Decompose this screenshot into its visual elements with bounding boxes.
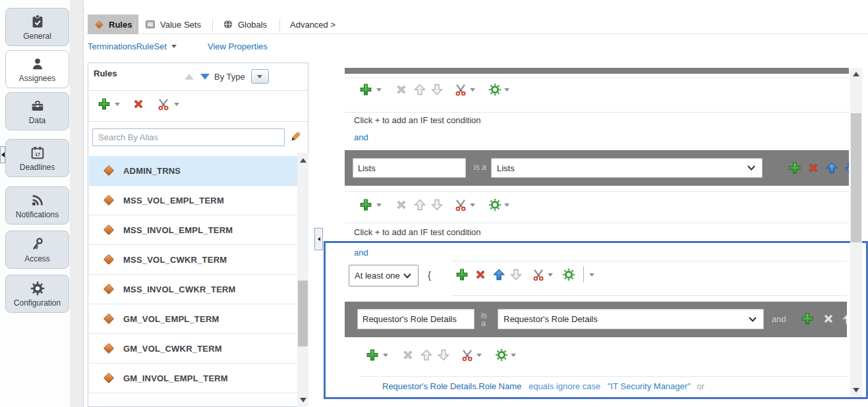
cut-menu-caret[interactable] — [470, 88, 475, 92]
cut-menu-caret[interactable] — [174, 103, 179, 106]
pattern-alias-input[interactable] — [357, 309, 475, 329]
move-pattern-up-button[interactable] — [825, 161, 838, 175]
condition-operand-link[interactable]: Requestor's Role Details.Role Name — [382, 381, 521, 391]
move-pattern-up-button[interactable] — [842, 312, 847, 325]
scroll-up-button[interactable] — [850, 69, 862, 79]
editor-scrollbar[interactable] — [850, 68, 862, 397]
rule-list-item[interactable]: MSS_INVOL_EMPL_TERM — [89, 215, 297, 245]
move-up-button[interactable] — [413, 198, 426, 211]
tab-rules[interactable]: Rules — [88, 14, 138, 34]
scrollbar-thumb[interactable] — [851, 113, 861, 242]
toolbar-separator — [583, 267, 584, 283]
cut-button[interactable] — [454, 198, 467, 211]
pattern-alias-input[interactable] — [353, 158, 466, 178]
add-test-menu-caret[interactable] — [376, 204, 382, 207]
add-pattern-button[interactable] — [801, 312, 814, 325]
add-rule-menu-caret[interactable] — [115, 103, 120, 106]
move-up-button[interactable] — [413, 83, 426, 96]
chevron-down-icon — [747, 314, 758, 325]
view-properties-link[interactable]: View Properties — [208, 41, 268, 51]
settings-gear-button[interactable] — [488, 198, 502, 211]
tab-advanced[interactable]: Advanced > — [283, 14, 342, 34]
cut-menu-caret[interactable] — [470, 204, 475, 207]
tab-value-sets[interactable]: Value Sets — [138, 14, 208, 34]
delete-pattern-button[interactable] — [822, 312, 835, 325]
search-by-alias-input[interactable] — [92, 128, 285, 146]
cut-button[interactable] — [454, 83, 467, 96]
panel-collapse-handle-left[interactable] — [0, 146, 5, 163]
rule-list-item[interactable]: GM_VOL_CWKR_TERM — [89, 334, 297, 364]
sort-ascending-icon[interactable] — [185, 74, 194, 80]
add-pattern-button[interactable] — [788, 161, 801, 175]
cut-button[interactable] — [461, 348, 474, 362]
rule-list-item[interactable]: MSS_VOL_CWKR_TERM — [89, 245, 297, 275]
add-test-button[interactable] — [366, 348, 379, 362]
group-toolbar — [455, 266, 594, 283]
settings-gear-button[interactable] — [495, 348, 508, 362]
condition-operator-link[interactable]: equals ignore case — [529, 381, 600, 391]
delete-condition-button[interactable] — [474, 268, 487, 281]
add-test-button[interactable] — [359, 83, 372, 96]
add-rule-button[interactable] — [98, 97, 111, 111]
rules-list-panel: Rules By Type ADMIN_TRNS MSS_VOL_EMPL_TE… — [88, 63, 308, 407]
and-connector-link[interactable]: and — [354, 132, 368, 142]
quantifier-select[interactable]: At least one — [349, 265, 419, 286]
cut-menu-caret[interactable] — [477, 354, 482, 357]
condition-value-link[interactable]: "IT Security Manager" — [608, 381, 691, 391]
sort-descending-icon[interactable] — [200, 74, 210, 80]
settings-gear-button[interactable] — [488, 83, 502, 96]
panel-splitter-handle[interactable] — [314, 228, 323, 250]
sidebar-tab-data[interactable]: Data — [5, 92, 69, 130]
add-test-button[interactable] — [359, 198, 372, 211]
scroll-up-button[interactable] — [297, 155, 308, 165]
chevron-down-icon — [171, 45, 177, 48]
pattern-type-select[interactable]: Lists — [491, 158, 763, 178]
sort-by-dropdown-button[interactable] — [251, 69, 269, 84]
cut-menu-caret[interactable] — [548, 273, 553, 277]
move-down-button[interactable] — [430, 83, 444, 96]
move-up-button[interactable] — [492, 268, 506, 281]
more-menu-caret[interactable] — [589, 273, 594, 277]
cut-button[interactable] — [532, 268, 545, 281]
rule-list-item[interactable]: MSS_VOL_EMPL_TERM — [89, 186, 297, 215]
cut-rule-button[interactable] — [157, 97, 170, 111]
rule-list-item[interactable]: GM_VOL_EMPL_TERM — [89, 304, 297, 334]
pencil-icon[interactable] — [289, 130, 302, 143]
sidebar-tab-general[interactable]: General — [5, 8, 69, 46]
settings-gear-button[interactable] — [562, 268, 575, 281]
scrolled-row-edge — [345, 68, 849, 74]
rule-list-item[interactable]: ADMIN_TRNS — [89, 156, 297, 186]
delete-test-button[interactable] — [395, 198, 408, 211]
add-condition-button[interactable] — [455, 268, 469, 281]
pattern-type-select[interactable]: Requestor's Role Details — [498, 309, 764, 329]
settings-menu-caret[interactable] — [511, 354, 516, 357]
sidebar-tab-assignees[interactable]: Assignees — [5, 50, 69, 88]
settings-menu-caret[interactable] — [504, 88, 509, 92]
scroll-down-button[interactable] — [850, 385, 862, 395]
delete-test-button[interactable] — [401, 348, 415, 362]
rules-list-scrollbar[interactable] — [297, 153, 308, 407]
move-down-button[interactable] — [437, 348, 450, 362]
rule-list-item[interactable]: MSS_INVOL_CWKR_TERM — [89, 275, 297, 304]
move-up-button[interactable] — [420, 348, 433, 362]
delete-test-button[interactable] — [395, 83, 408, 96]
move-pattern-down-button[interactable] — [844, 161, 849, 175]
selected-type: Requestor's Role Details — [504, 314, 598, 324]
move-down-button[interactable] — [430, 198, 444, 211]
add-test-menu-caret[interactable] — [383, 354, 388, 357]
and-connector-link[interactable]: and — [354, 248, 368, 258]
delete-rule-button[interactable] — [132, 97, 145, 111]
rule-list-item[interactable]: GM_INVOL_EMPL_TERM — [89, 364, 297, 393]
sidebar-tab-configuration[interactable]: Configuration — [5, 275, 69, 313]
settings-menu-caret[interactable] — [504, 204, 509, 207]
delete-pattern-button[interactable] — [807, 161, 820, 175]
sidebar-tab-deadlines[interactable]: 17 Deadlines — [5, 139, 69, 177]
tab-globals[interactable]: Globals — [216, 14, 274, 34]
ruleset-selector[interactable]: TerminationsRuleSet — [88, 41, 177, 51]
sidebar-tab-access[interactable]: Access — [5, 231, 69, 269]
scrollbar-thumb[interactable] — [298, 281, 308, 346]
add-test-menu-caret[interactable] — [376, 88, 382, 92]
sidebar-tab-notifications[interactable]: Notifications — [5, 186, 69, 225]
move-down-button[interactable] — [509, 268, 523, 281]
scroll-down-button[interactable] — [297, 395, 308, 405]
